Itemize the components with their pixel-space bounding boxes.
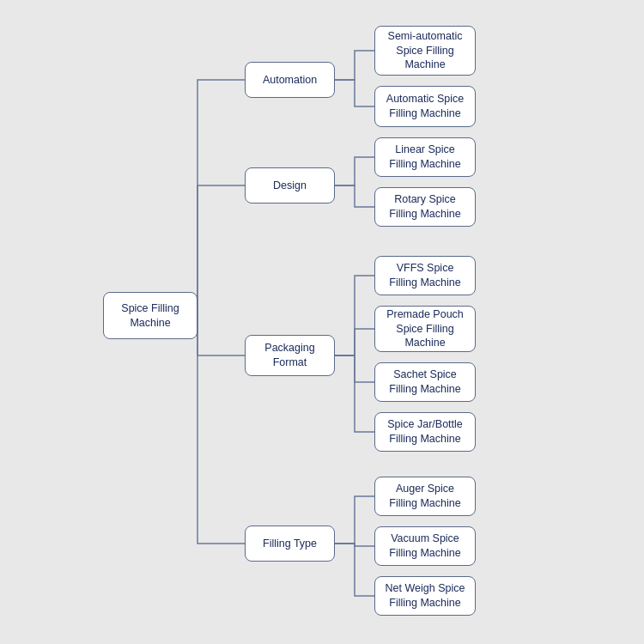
node-premade: Premade Pouch Spice Filling Machine <box>374 306 476 352</box>
node-semi-auto: Semi-automatic Spice Filling Machine <box>374 26 476 76</box>
node-root: Spice Filling Machine <box>103 292 197 339</box>
node-sachet: Sachet Spice Filling Machine <box>374 362 476 402</box>
node-linear: Linear Spice Filling Machine <box>374 137 476 177</box>
node-rotary: Rotary Spice Filling Machine <box>374 187 476 227</box>
node-design: Design <box>245 167 335 204</box>
node-vacuum: Vacuum Spice Filling Machine <box>374 526 476 566</box>
node-auto-spice: Automatic Spice Filling Machine <box>374 86 476 127</box>
node-auger: Auger Spice Filling Machine <box>374 477 476 516</box>
node-netweigh: Net Weigh Spice Filling Machine <box>374 576 476 616</box>
node-jar: Spice Jar/Bottle Filling Machine <box>374 412 476 452</box>
node-automation: Automation <box>245 62 335 98</box>
diagram-container: Spice Filling Machine Automation Design … <box>0 0 644 644</box>
node-packaging: Packaging Format <box>245 335 335 376</box>
node-filling: Filling Type <box>245 526 335 562</box>
node-vffs: VFFS Spice Filling Machine <box>374 256 476 295</box>
